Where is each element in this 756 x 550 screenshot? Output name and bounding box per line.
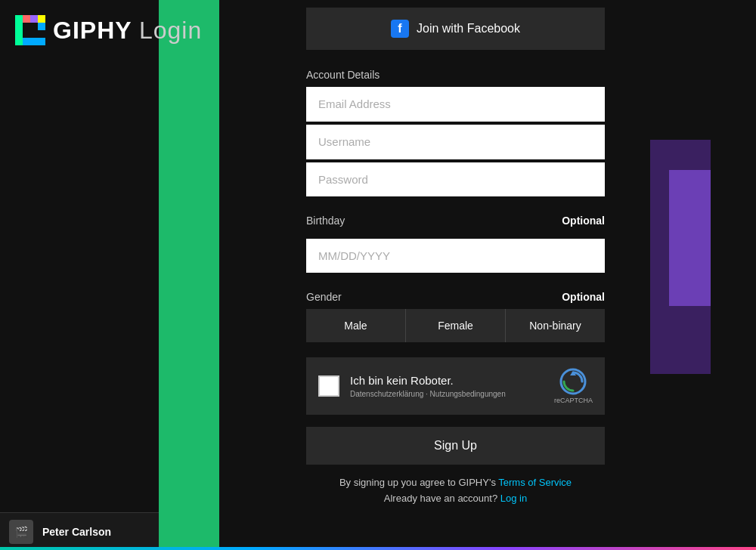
svg-rect-0: [15, 15, 23, 23]
gender-section-row: Gender Optional: [306, 291, 605, 303]
svg-rect-2: [30, 15, 38, 23]
account-section-label: Account Details: [306, 69, 605, 81]
green-decorative-bar: [159, 0, 219, 550]
purple-bright-bar: [669, 170, 711, 306]
svg-rect-5: [38, 23, 45, 30]
user-name: Peter Carlson: [42, 526, 111, 538]
recaptcha-sub-text: Datenschutzerklärung · Nutzungsbedingung…: [350, 390, 544, 398]
gender-nonbinary-button[interactable]: Non-binary: [506, 309, 605, 342]
birthday-optional-label: Optional: [562, 215, 605, 227]
svg-rect-4: [15, 23, 23, 45]
gender-button-group: Male Female Non-binary: [306, 309, 605, 342]
gender-label: Gender: [306, 291, 342, 303]
email-field[interactable]: [306, 87, 605, 122]
account-input-group: [306, 87, 605, 199]
tos-link[interactable]: Terms of Service: [498, 477, 572, 488]
tos-footer: By signing up you agree to GIPHY's Terms…: [306, 477, 605, 488]
recaptcha-brand-text: reCAPTCHA: [554, 397, 593, 404]
login-footer: Already have an account? Log in: [306, 493, 605, 504]
birthday-section-row: Birthday Optional: [306, 215, 605, 227]
gender-optional-label: Optional: [562, 291, 605, 303]
svg-rect-3: [38, 15, 45, 23]
facebook-icon: f: [391, 20, 409, 38]
recaptcha-widget: Ich bin kein Roboter. Datenschutzerkläru…: [306, 357, 605, 415]
svg-rect-1: [23, 15, 30, 23]
svg-rect-6: [38, 38, 45, 45]
birthday-label: Birthday: [306, 215, 345, 227]
avatar: 🎬: [9, 520, 33, 544]
user-bar: 🎬 Peter Carlson: [0, 512, 159, 550]
giphy-logo: [15, 15, 45, 45]
gender-group: Gender Optional Male Female Non-binary: [306, 291, 605, 342]
birthday-field[interactable]: [306, 239, 605, 273]
svg-rect-7: [23, 38, 38, 45]
recaptcha-icon: [559, 368, 587, 395]
signup-button[interactable]: Sign Up: [306, 427, 605, 465]
facebook-join-button[interactable]: f Join with Facebook: [306, 8, 605, 50]
recaptcha-main-text: Ich bin kein Roboter.: [350, 374, 544, 387]
login-link[interactable]: Log in: [500, 493, 527, 504]
header: GIPHY Login: [15, 15, 202, 45]
gender-male-button[interactable]: Male: [306, 309, 406, 342]
birthday-group: Birthday Optional: [306, 215, 605, 276]
recaptcha-checkbox[interactable]: [318, 375, 339, 397]
recaptcha-logo-area: reCAPTCHA: [554, 368, 593, 404]
gender-female-button[interactable]: Female: [406, 309, 506, 342]
username-field[interactable]: [306, 125, 605, 159]
password-field[interactable]: [306, 162, 605, 196]
recaptcha-text-area: Ich bin kein Roboter. Datenschutzerkläru…: [350, 374, 544, 398]
signup-form: f Join with Facebook Account Details Bir…: [306, 8, 605, 508]
bottom-gradient-bar: [0, 547, 756, 550]
app-title: GIPHY Login: [53, 17, 202, 45]
